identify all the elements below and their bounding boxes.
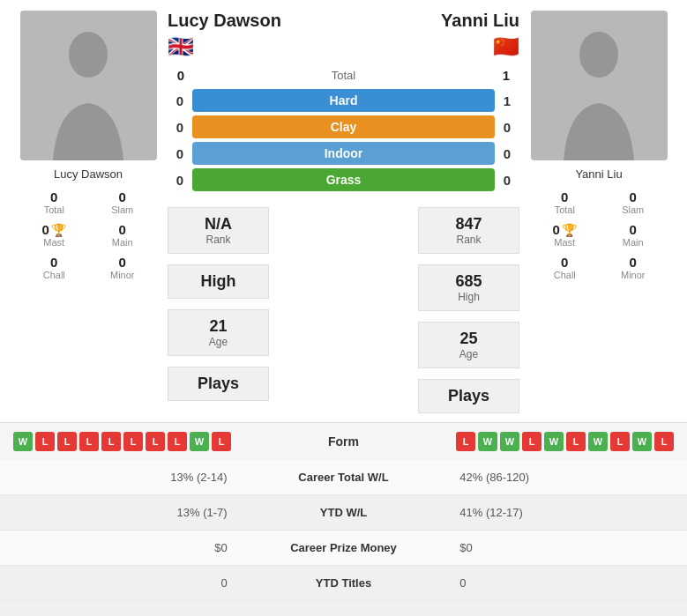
grass-right-score: 0 bbox=[495, 173, 519, 188]
career-stat-row: 0 YTD Titles 0 bbox=[0, 566, 687, 601]
career-stat-label: Career Prize Money bbox=[241, 531, 447, 566]
total-label: Total bbox=[194, 69, 493, 82]
left-mid-stats: N/A Rank High 21 Age Plays bbox=[168, 200, 269, 401]
form-badge: W bbox=[544, 432, 564, 451]
form-badge: W bbox=[190, 432, 209, 451]
form-badge: W bbox=[500, 432, 519, 451]
right-stat-mast: 0 🏆 Mast bbox=[531, 219, 600, 251]
right-age-box: 25 Age bbox=[418, 322, 519, 368]
left-stat-main: 0 Main bbox=[88, 219, 157, 251]
right-player-name: Yanni Liu bbox=[575, 167, 622, 181]
right-rank-box: 847 Rank bbox=[418, 207, 519, 254]
right-plays-box: Plays bbox=[418, 379, 519, 413]
right-player-stats: 0 Total 0 Slam 0 🏆 Mast 0 Main bbox=[531, 186, 668, 284]
svg-point-1 bbox=[579, 32, 618, 78]
form-badge: L bbox=[654, 432, 674, 451]
form-badge: W bbox=[478, 432, 497, 451]
indoor-surface-tag: Indoor bbox=[192, 142, 495, 165]
form-badge: L bbox=[123, 432, 143, 451]
right-form-badges: LWWLWLWLWL bbox=[456, 432, 674, 451]
hard-surface-tag: Hard bbox=[192, 89, 495, 112]
career-stat-label: Career Total W/L bbox=[241, 460, 447, 495]
left-age-box: 21 Age bbox=[168, 309, 269, 356]
clay-surface-tag: Clay bbox=[192, 115, 495, 138]
clay-right-score: 0 bbox=[495, 120, 519, 135]
total-compare-row: 0 Total 1 bbox=[168, 66, 519, 85]
career-stat-right: 42% (86-120) bbox=[446, 460, 687, 495]
form-badge: L bbox=[522, 432, 541, 451]
left-trophy-icon: 🏆 bbox=[51, 223, 66, 237]
right-player-block: Yanni Liu 0 Total 0 Slam 0 🏆 Mast bbox=[519, 11, 678, 413]
career-stat-left: $0 bbox=[0, 531, 241, 566]
right-flag: 🇨🇳 bbox=[493, 34, 519, 59]
form-badge: L bbox=[212, 432, 231, 451]
surface-row-hard: 0 Hard 1 bbox=[168, 89, 519, 112]
left-stat-chall: 0 Chall bbox=[20, 251, 89, 284]
left-high-box: High bbox=[168, 264, 269, 299]
left-flag: 🇬🇧 bbox=[168, 34, 194, 59]
right-high-box: 685 High bbox=[418, 264, 519, 311]
form-section: WLLLLLLLWL Form LWWLWLWLWL bbox=[0, 422, 687, 460]
left-rank-box: N/A Rank bbox=[168, 207, 269, 254]
form-badge: L bbox=[79, 432, 99, 451]
center-names-row: Lucy Dawson Yanni Liu bbox=[168, 11, 519, 34]
career-stat-row: 13% (2-14) Career Total W/L 42% (86-120) bbox=[0, 460, 687, 495]
form-label: Form bbox=[309, 434, 379, 449]
career-stat-right: 41% (12-17) bbox=[446, 495, 687, 531]
main-container: Lucy Dawson 0 Total 0 Slam 0 🏆 Mast bbox=[0, 0, 687, 601]
svg-point-0 bbox=[69, 32, 108, 78]
form-badge: L bbox=[101, 432, 121, 451]
surface-row-clay: 0 Clay 0 bbox=[168, 115, 519, 138]
flags-row: 🇬🇧 🇨🇳 bbox=[168, 34, 519, 59]
hard-right-score: 1 bbox=[495, 93, 519, 108]
form-badge: L bbox=[168, 432, 187, 451]
left-stat-slam: 0 Slam bbox=[88, 186, 157, 219]
indoor-left-score: 0 bbox=[168, 146, 192, 161]
right-stat-main: 0 Main bbox=[599, 219, 668, 251]
right-stat-chall: 0 Chall bbox=[531, 251, 600, 284]
form-badge: W bbox=[13, 432, 33, 451]
career-stat-label: YTD Titles bbox=[241, 566, 447, 601]
form-badge: L bbox=[146, 432, 165, 451]
center-mid-stats: N/A Rank High 21 Age Plays bbox=[168, 200, 519, 413]
surface-row-indoor: 0 Indoor 0 bbox=[168, 142, 519, 165]
career-stat-label: YTD W/L bbox=[241, 495, 447, 531]
players-top-section: Lucy Dawson 0 Total 0 Slam 0 🏆 Mast bbox=[0, 0, 687, 413]
hard-left-score: 0 bbox=[168, 93, 192, 108]
form-badge: L bbox=[566, 432, 586, 451]
right-mid-stats: 847 Rank 685 High 25 Age Plays bbox=[418, 200, 519, 413]
career-stat-right: $0 bbox=[446, 531, 687, 566]
grass-surface-tag: Grass bbox=[192, 168, 495, 191]
left-player-avatar bbox=[20, 11, 157, 160]
career-stat-right: 0 bbox=[446, 566, 687, 601]
indoor-right-score: 0 bbox=[495, 146, 519, 161]
left-plays-box: Plays bbox=[168, 367, 269, 401]
career-stat-row: $0 Career Prize Money $0 bbox=[0, 531, 687, 566]
left-form-badges: WLLLLLLLWL bbox=[13, 432, 231, 451]
left-stat-minor: 0 Minor bbox=[88, 251, 157, 284]
left-player-block: Lucy Dawson 0 Total 0 Slam 0 🏆 Mast bbox=[9, 11, 168, 413]
right-stat-minor: 0 Minor bbox=[599, 251, 668, 284]
grass-left-score: 0 bbox=[168, 173, 192, 188]
right-stat-slam: 0 Slam bbox=[599, 186, 668, 219]
career-stat-row: 13% (1-7) YTD W/L 41% (12-17) bbox=[0, 495, 687, 531]
form-badge: W bbox=[588, 432, 608, 451]
form-badge: L bbox=[57, 432, 77, 451]
right-player-avatar bbox=[531, 11, 668, 160]
center-comparison-block: Lucy Dawson Yanni Liu 🇬🇧 🇨🇳 0 Total 1 0 … bbox=[168, 11, 519, 413]
surface-row-grass: 0 Grass 0 bbox=[168, 168, 519, 191]
total-left: 0 bbox=[168, 68, 194, 83]
left-player-stats: 0 Total 0 Slam 0 🏆 Mast 0 Main bbox=[20, 186, 157, 284]
form-badge: L bbox=[610, 432, 630, 451]
career-stat-left: 13% (1-7) bbox=[0, 495, 241, 531]
form-badge: W bbox=[632, 432, 652, 451]
right-stat-total: 0 Total bbox=[531, 186, 600, 219]
form-badge: L bbox=[456, 432, 475, 451]
left-stat-mast: 0 🏆 Mast bbox=[20, 219, 89, 251]
center-right-name: Yanni Liu bbox=[441, 11, 519, 31]
clay-left-score: 0 bbox=[168, 120, 192, 135]
career-stat-left: 0 bbox=[0, 566, 241, 601]
form-badge: L bbox=[35, 432, 55, 451]
left-player-name: Lucy Dawson bbox=[54, 167, 123, 181]
career-stat-left: 13% (2-14) bbox=[0, 460, 241, 495]
